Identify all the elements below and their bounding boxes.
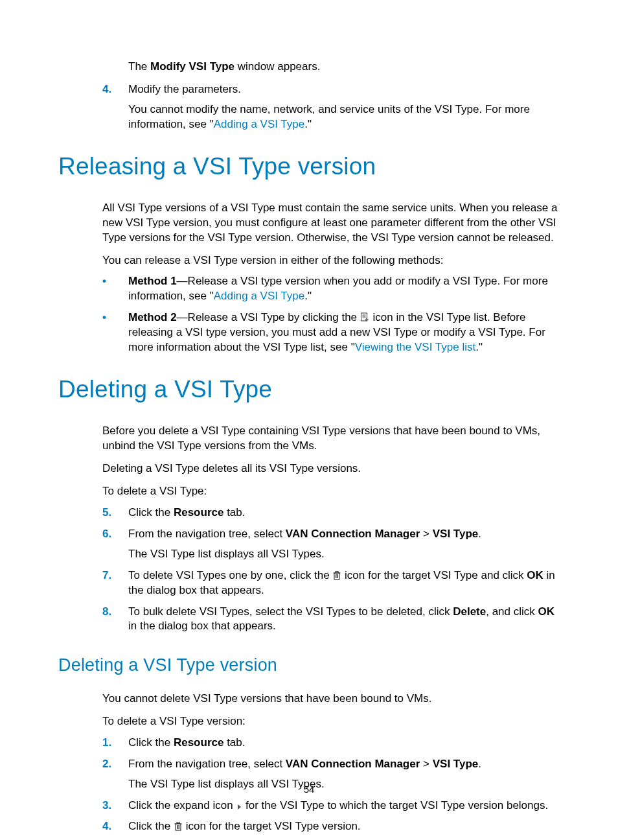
link-viewing-vsi-type-list[interactable]: Viewing the VSI Type list: [355, 341, 475, 353]
text: icon for the target VSI Type and click: [345, 569, 527, 581]
heading-deleting-type: Deleting a VSI Type: [58, 373, 560, 406]
step-number: 7.: [102, 569, 111, 581]
list-item: 5. Click the Resource tab.: [102, 506, 560, 520]
paragraph: You cannot delete VSI Type versions that…: [102, 692, 560, 706]
text: >: [420, 758, 432, 770]
link-adding-vsi-type[interactable]: Adding a VSI Type: [214, 290, 305, 302]
trash-icon: [332, 570, 341, 580]
text-bold: VSI Type: [433, 528, 479, 540]
text: tab.: [223, 506, 245, 519]
text-bold: Method 1: [128, 275, 177, 287]
text-bold: OK: [538, 605, 555, 618]
paragraph: Before you delete a VSI Type containing …: [102, 424, 560, 454]
text: window appears.: [235, 60, 320, 73]
paragraph: Deleting a VSI Type deletes all its VSI …: [102, 461, 560, 476]
paragraph: To delete a VSI Type:: [102, 484, 560, 499]
text-bold: Method 2: [128, 311, 177, 323]
text: .": [304, 290, 312, 302]
list-item: 4. Click the icon for the target VSI Typ…: [102, 819, 560, 834]
text: You cannot modify the name, network, and…: [128, 103, 530, 130]
step-number: 6.: [102, 528, 111, 540]
link-adding-vsi-type[interactable]: Adding a VSI Type: [214, 118, 305, 130]
bullet-icon: •: [102, 275, 106, 287]
text: From the navigation tree, select: [128, 528, 286, 540]
heading-releasing: Releasing a VSI Type version: [58, 150, 560, 183]
step-number: 4.: [102, 820, 111, 832]
step-number: 2.: [102, 758, 111, 770]
text: —Release a VSI type version when you add…: [128, 275, 548, 302]
text: icon for the target VSI Type version.: [186, 820, 361, 832]
text: tab.: [223, 736, 245, 749]
page-content: The Modify VSI Type window appears. 4. M…: [58, 60, 560, 840]
paragraph: To delete a VSI Type version:: [102, 714, 560, 729]
paragraph: The Modify VSI Type window appears.: [128, 60, 560, 75]
list-item: 7. To delete VSI Types one by one, click…: [102, 568, 560, 598]
step-number: 8.: [102, 605, 111, 618]
text: .": [475, 341, 483, 353]
text: Click the expand icon: [128, 799, 236, 811]
text: .": [304, 118, 312, 130]
list-item: • Method 1—Release a VSI type version wh…: [102, 274, 560, 304]
list-item: 6. From the navigation tree, select VAN …: [102, 527, 560, 542]
release-icon: [360, 312, 370, 322]
step-number: 3.: [102, 799, 111, 811]
text: Click the: [128, 506, 174, 519]
svg-rect-6: [336, 571, 338, 572]
list-item: 3. Click the expand icon for the VSI Typ…: [102, 799, 560, 813]
text: .: [478, 758, 481, 770]
paragraph: All VSI Type versions of a VSI Type must…: [102, 201, 560, 246]
text-bold: VAN Connection Manager: [286, 758, 420, 770]
svg-rect-0: [361, 313, 367, 321]
paragraph: You cannot modify the name, network, and…: [128, 102, 560, 132]
step-number: 1.: [102, 736, 111, 749]
text: for the VSI Type to which the target VSI…: [246, 799, 548, 811]
text: To delete VSI Types one by one, click th…: [128, 569, 332, 581]
text: Click the: [128, 820, 174, 832]
text: >: [420, 528, 432, 540]
step-number: 5.: [102, 506, 111, 519]
text: .: [478, 528, 481, 540]
trash-icon: [174, 821, 183, 831]
text-bold: Delete: [453, 605, 486, 618]
text-bold: VAN Connection Manager: [286, 528, 420, 540]
expand-icon: [236, 804, 242, 810]
text: in the dialog box that appears.: [128, 620, 276, 632]
list-item: 2. From the navigation tree, select VAN …: [102, 757, 560, 772]
heading-deleting-version: Deleting a VSI Type version: [58, 653, 560, 677]
list-item: • Method 2—Release a VSI Type by clickin…: [102, 310, 560, 355]
text: Click the: [128, 736, 174, 749]
paragraph: The VSI Type list displays all VSI Types…: [128, 547, 560, 562]
text: , and click: [486, 605, 538, 618]
text-bold: VSI Type: [433, 758, 479, 770]
text-bold: OK: [527, 569, 544, 581]
list-item: 4. Modify the parameters.: [102, 82, 560, 97]
text: The: [128, 60, 150, 73]
list-item: 1. Click the Resource tab.: [102, 736, 560, 751]
paragraph: You can release a VSI Type version in ei…: [102, 253, 560, 268]
text: To bulk delete VSI Types, select the VSI…: [128, 605, 453, 618]
step-number: 4.: [102, 83, 111, 95]
svg-marker-10: [238, 804, 241, 810]
bullet-icon: •: [102, 311, 106, 323]
text-bold: Modify VSI Type: [150, 60, 235, 73]
text: From the navigation tree, select: [128, 758, 286, 770]
list-item: 8. To bulk delete VSI Types, select the …: [102, 605, 560, 635]
text: Modify the parameters.: [128, 82, 560, 97]
text-bold: Resource: [174, 506, 223, 519]
text: —Release a VSI Type by clicking the: [177, 311, 360, 323]
text-bold: Resource: [174, 736, 223, 749]
svg-rect-13: [177, 822, 179, 824]
page-number: 54: [0, 783, 618, 796]
